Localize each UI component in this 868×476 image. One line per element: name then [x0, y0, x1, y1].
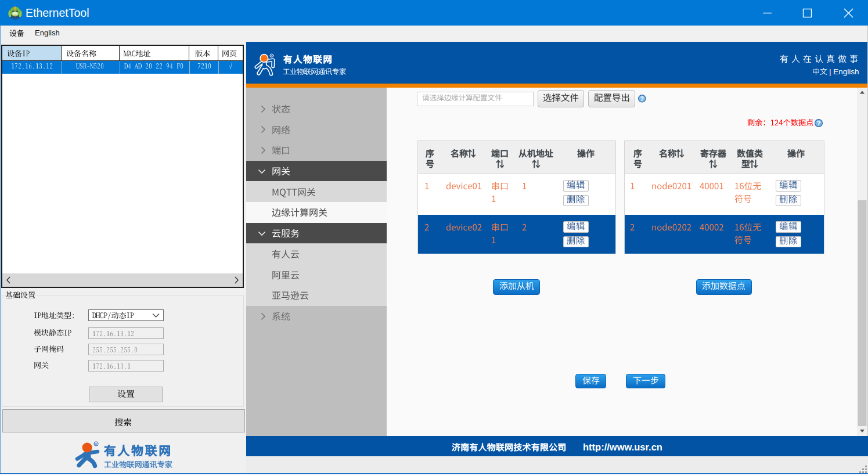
svg-text:?: ?	[816, 119, 820, 126]
svg-text:R: R	[95, 442, 98, 446]
svg-text:?: ?	[640, 95, 644, 102]
svg-text:R: R	[271, 55, 272, 57]
